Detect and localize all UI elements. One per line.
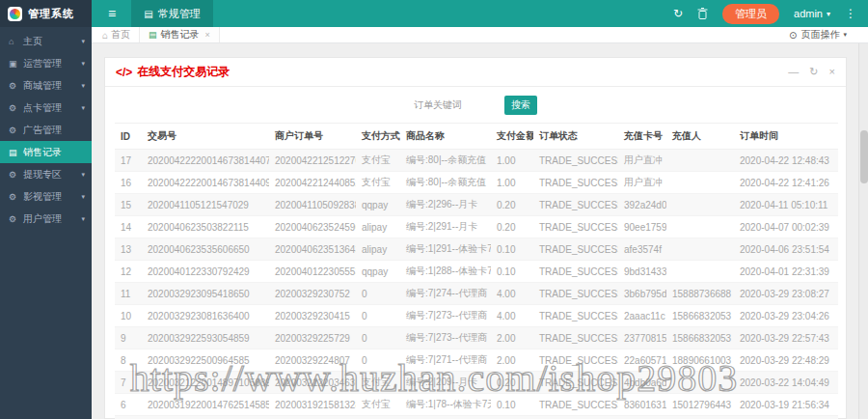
sidebar-item-sales-records[interactable]: ▤销售记录 <box>0 141 92 163</box>
sidebar-item-ads[interactable]: ⚙广告管理 <box>0 119 92 141</box>
table-cell: 0.10 <box>491 238 533 261</box>
table-cell: 9 <box>115 327 142 349</box>
refresh-icon[interactable]: ↻ <box>809 67 818 77</box>
code-icon: </> <box>116 66 132 79</box>
user-menu[interactable]: admin ▾ <box>794 8 830 19</box>
table-cell: 9bd31433 <box>618 261 666 283</box>
chevron-down-icon: ▾ <box>81 215 85 223</box>
sidebar-item-label: 商城管理 <box>23 79 62 93</box>
sidebar-item-label: 影视管理 <box>23 190 62 204</box>
order-keyword-input[interactable] <box>414 96 497 115</box>
table-cell: 13 <box>115 238 142 261</box>
close-icon[interactable]: × <box>205 30 210 40</box>
sidebar-item-video[interactable]: ⚙影视管理▾ <box>0 185 92 208</box>
sidebar-item-users[interactable]: ⚙用户管理▾ <box>0 208 92 230</box>
table-cell: 2020040623535606650 <box>142 238 269 261</box>
more-options-icon[interactable]: ⋮ <box>845 7 856 20</box>
table-row: 7202003212200148971056898343620200321220… <box>115 372 838 394</box>
vertical-scrollbar[interactable] <box>858 43 868 419</box>
layout: ⌂主页▾▣运营管理▾⚙商城管理▾⚙点卡管理▾⚙广告管理▤销售记录⚙提现专区▾⚙影… <box>0 27 868 419</box>
table-cell: 6 <box>115 394 142 416</box>
table-cell: 17 <box>115 150 142 172</box>
table-cell: 2020-03-22 14:04:49 <box>734 372 838 394</box>
table-cell: 20200422125122706 <box>269 150 356 172</box>
sidebar-item-operations[interactable]: ▣运营管理▾ <box>0 52 92 74</box>
table-cell <box>666 372 734 394</box>
table-cell: qqpay <box>356 194 400 216</box>
sidebar-item-point-card[interactable]: ⚙点卡管理▾ <box>0 97 92 119</box>
table-cell: 编号:80|--余额充值 <box>400 150 491 172</box>
top-nav: ≡ ▤ 常规管理 ↻ 管理员 admin ▾ ⋮ <box>92 0 868 27</box>
tab-sales-records[interactable]: ▤ 销售记录 × <box>139 27 220 42</box>
table-cell: 2020041105121547029 <box>142 194 269 216</box>
chevron-down-icon: ▾ <box>81 82 85 90</box>
top-bar: 管理系统 ≡ ▤ 常规管理 ↻ 管理员 admin ▾ ⋮ <box>0 0 868 27</box>
cogs-icon: ⚙ <box>9 81 19 91</box>
refresh-icon[interactable]: ↻ <box>673 8 683 19</box>
table-cell: 2020-04-07 00:02:39 <box>734 216 838 238</box>
table-row: 13202004062353560665020200406235136438al… <box>115 238 838 261</box>
nav-tab-general[interactable]: ▤ 常规管理 <box>131 0 212 27</box>
scrollbar-thumb[interactable] <box>860 130 868 183</box>
page-operations-dropdown[interactable]: ⊙ 页面操作 ▾ <box>789 27 868 42</box>
sidebar-item-mall[interactable]: ⚙商城管理▾ <box>0 74 92 97</box>
search-button[interactable]: 搜索 <box>504 96 537 115</box>
table-cell: 支付宝 <box>356 416 400 419</box>
table-cell: 用户直冲 <box>618 150 666 172</box>
table-cell: TRADE_SUCCESS <box>533 216 618 238</box>
table-cell: 2020-03-19 21:55:53 <box>734 416 838 419</box>
table-cell: 2020032923095418650 <box>142 283 269 305</box>
trash-icon[interactable] <box>697 8 708 19</box>
top-nav-right: ↻ 管理员 admin ▾ ⋮ <box>673 4 868 24</box>
hamburger-menu-icon[interactable]: ≡ <box>108 6 116 21</box>
breadcrumb-home-label: 首页 <box>111 28 130 42</box>
home-icon: ⌂ <box>9 37 19 46</box>
table-cell: 1.00 <box>491 172 533 194</box>
window-icon: ▣ <box>9 59 19 69</box>
table-cell: 编号:1|78--体验卡7天 <box>400 416 491 419</box>
table-cell: 20200406235136438 <box>269 238 356 261</box>
table-cell: 编号:80|--余额充值 <box>400 172 491 194</box>
column-header: 支付金额 <box>491 124 533 150</box>
column-header: 交易号 <box>142 124 269 150</box>
table-cell: 15012796443 <box>666 416 734 419</box>
table-cell: qqpay <box>356 261 400 283</box>
sidebar-item-label: 用户管理 <box>23 212 62 226</box>
table-cell: 2020-04-01 22:31:39 <box>734 261 838 283</box>
main-area: ⌂ 首页 ▤ 销售记录 × ⊙ 页面操作 ▾ </> 在线支付交易记录 <box>92 27 868 419</box>
table-cell: TRADE_SUCCESS <box>533 150 618 172</box>
table-cell: 2020-04-11 05:10:11 <box>734 194 838 216</box>
sidebar-item-home[interactable]: ⌂主页▾ <box>0 30 92 52</box>
table-cell: TRADE_SUCCESS <box>533 283 618 305</box>
close-icon[interactable]: × <box>829 67 835 77</box>
table-cell: 2020032922593054859 <box>142 327 269 349</box>
collapse-icon[interactable]: — <box>788 67 799 77</box>
table-cell: 支付宝 <box>356 372 400 394</box>
table-cell: TRADE_SUCCESS <box>533 194 618 216</box>
table-cell: 编号:1|291--体验卡7天 <box>400 238 491 261</box>
column-header: ID <box>115 124 142 150</box>
table-cell <box>666 238 734 261</box>
table-cell: 1.00 <box>491 150 533 172</box>
sidebar-item-label: 提现专区 <box>23 168 62 182</box>
table-cell: 2020-04-22 12:48:43 <box>734 150 838 172</box>
table-row: 92020032922593054859202003292257290编号:7|… <box>115 327 838 349</box>
table-cell: TRADE_SUCCESS <box>533 238 618 261</box>
admin-role-button[interactable]: 管理员 <box>722 4 779 24</box>
document-icon: ▤ <box>9 148 19 157</box>
breadcrumb[interactable]: ⌂ 首页 <box>92 27 139 42</box>
table-row: 5202003192200147625145878594920200319215… <box>115 416 838 419</box>
panel-tools: — ↻ × <box>788 67 835 77</box>
transactions-table-wrap: ID交易号商户订单号支付方式商品名称支付金额订单状态充值卡号充值人订单时间 17… <box>105 123 846 419</box>
table-cell <box>666 261 734 283</box>
table-cell: 2020-04-22 12:41:26 <box>734 172 838 194</box>
table-cell <box>666 194 734 216</box>
table-cell <box>666 172 734 194</box>
column-header: 充值卡号 <box>618 124 666 150</box>
table-cell: 20200321220346363 <box>269 372 356 394</box>
table-cell: 15012796443 <box>666 394 734 416</box>
sidebar-item-label: 广告管理 <box>23 124 62 137</box>
sidebar-item-withdraw[interactable]: ⚙提现专区▾ <box>0 163 92 185</box>
table-cell: 23770815 <box>618 327 666 349</box>
table-cell: 2020-03-19 21:56:34 <box>734 394 838 416</box>
